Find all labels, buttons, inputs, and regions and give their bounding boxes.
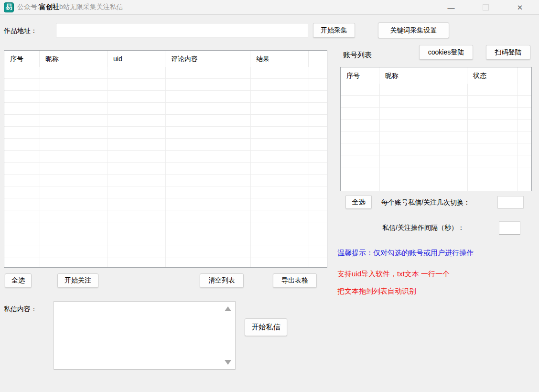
comment-col-result: 结果 (250, 51, 309, 67)
switch-count-label: 每个账号私信/关注几次切换： (381, 198, 470, 207)
comment-grid-line (165, 67, 166, 267)
cookies-login-button[interactable]: cookies登陆 (419, 45, 473, 60)
comment-grid-line (250, 67, 251, 267)
close-icon: ✕ (517, 3, 523, 12)
minimize-icon: — (448, 3, 455, 11)
start-message-button[interactable]: 开始私信 (245, 318, 287, 336)
scan-qr-login-button[interactable]: 扫码登陆 (486, 45, 530, 60)
comment-col-spacer (309, 51, 327, 67)
account-grid-line (467, 84, 468, 191)
scroll-down-icon[interactable] (225, 360, 231, 365)
message-content-textarea[interactable] (54, 301, 236, 370)
window-title: 公众号:富创社b站无限采集关注私信 (17, 3, 123, 11)
comment-grid-line (40, 67, 40, 267)
comment-table-header: 序号 昵称 uid 评论内容 结果 (4, 51, 327, 67)
clear-list-button[interactable]: 清空列表 (200, 273, 244, 288)
account-table-header: 序号 昵称 状态 (341, 67, 531, 84)
keyword-collect-settings-button[interactable]: 关键词采集设置 (378, 22, 449, 38)
operation-interval-input[interactable] (499, 221, 520, 235)
window-title-brand: 富创社 (39, 3, 59, 11)
notice-tip-text: 温馨提示：仅对勾选的账号或用户进行操作 (337, 249, 474, 258)
account-col-seq: 序号 (341, 67, 379, 84)
uid-import-tip-text: 支持uid导入软件，txt文本 一行一个 (337, 270, 450, 279)
comment-col-seq: 序号 (4, 51, 40, 67)
comment-col-nickname: 昵称 (40, 51, 108, 67)
comment-grid-line (309, 67, 309, 267)
comment-table[interactable]: 序号 昵称 uid 评论内容 结果 (4, 50, 327, 268)
window-controls: — ✕ (434, 0, 537, 15)
maximize-button[interactable] (468, 0, 503, 15)
app-icon: 易 (4, 2, 14, 12)
operation-interval-label: 私信/关注操作间隔（秒）： (382, 224, 464, 232)
close-button[interactable]: ✕ (503, 0, 537, 15)
start-collect-button[interactable]: 开始采集 (313, 23, 355, 38)
account-table-body[interactable] (341, 84, 531, 191)
title-bar[interactable]: 易 公众号:富创社b站无限采集关注私信 — ✕ (0, 0, 539, 15)
start-follow-button[interactable]: 开始关注 (57, 273, 98, 288)
account-col-nickname: 昵称 (379, 67, 467, 84)
comment-table-body[interactable] (4, 67, 327, 267)
account-col-status: 状态 (467, 67, 517, 84)
minimize-button[interactable]: — (434, 0, 468, 15)
account-list-title: 账号列表 (343, 51, 372, 60)
comment-col-uid: uid (108, 51, 165, 67)
work-url-input[interactable] (56, 23, 308, 37)
account-col-spacer (517, 67, 531, 84)
window-title-suffix: b站无限采集关注私信 (59, 3, 123, 11)
account-grid-line (379, 84, 380, 191)
message-content-label: 私信内容： (4, 305, 37, 314)
switch-count-input[interactable] (497, 196, 524, 208)
comment-col-content: 评论内容 (165, 51, 250, 67)
maximize-icon (483, 4, 489, 11)
export-table-button[interactable]: 导出表格 (273, 273, 317, 288)
window-title-prefix: 公众号: (17, 3, 39, 11)
comment-select-all-button[interactable]: 全选 (5, 273, 32, 288)
comment-grid-line (108, 67, 108, 267)
work-url-label: 作品地址： (4, 27, 37, 35)
drag-text-tip-text: 把文本拖到列表自动识别 (337, 287, 416, 296)
account-select-all-button[interactable]: 全选 (345, 195, 372, 209)
account-grid-line (517, 84, 518, 191)
account-table[interactable]: 序号 昵称 状态 (340, 67, 532, 191)
scroll-up-icon[interactable] (225, 306, 231, 311)
